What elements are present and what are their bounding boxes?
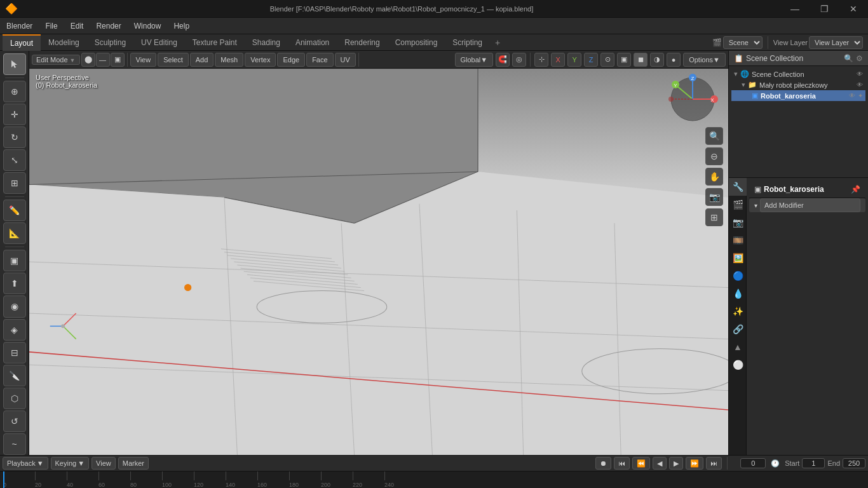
menu-help[interactable]: Help	[167, 18, 196, 34]
zoom-out-button[interactable]: ⊖	[705, 147, 723, 165]
tab-sculpting[interactable]: Sculpting	[87, 34, 133, 51]
tab-rendering[interactable]: Rendering	[337, 34, 387, 51]
add-menu-button[interactable]: Add	[190, 53, 214, 67]
camera-button[interactable]: 📷	[705, 188, 723, 206]
measure-tool-button[interactable]: 📐	[3, 222, 26, 244]
y-axis-toggle[interactable]: Y	[567, 53, 581, 67]
view-menu-button[interactable]: View	[130, 53, 157, 67]
overlay-toggle[interactable]: ⊙	[600, 53, 614, 67]
tab-animation[interactable]: Animation	[288, 34, 337, 51]
poly-build-button[interactable]: ⬡	[3, 388, 26, 409]
modifier-properties-icon[interactable]: 🔧	[729, 178, 747, 196]
pin-button[interactable]: 📌	[851, 185, 860, 194]
viewport-3d[interactable]: Edit Mode ▼ ⬤ — ▣ View Select Add Mesh V…	[29, 51, 728, 455]
play-reverse-button[interactable]: ◀	[653, 457, 667, 470]
select-tool-button[interactable]	[3, 53, 26, 75]
move-tool-button[interactable]: ✛	[3, 104, 26, 125]
outliner-settings-icon[interactable]: ⚙	[856, 54, 863, 63]
snap-toggle[interactable]: 🧲	[496, 53, 510, 67]
spin-button[interactable]: ↺	[3, 410, 26, 432]
smooth-button[interactable]: ~	[3, 433, 26, 455]
menu-edit[interactable]: Edit	[64, 18, 90, 34]
visibility-icon[interactable]: 👁	[857, 71, 863, 78]
z-axis-toggle[interactable]: Z	[584, 53, 598, 67]
x-axis-toggle[interactable]: X	[551, 53, 565, 67]
pan-button[interactable]: ✋	[705, 168, 723, 186]
menu-blender[interactable]: Blender	[0, 18, 39, 34]
select-icon-3[interactable]: ✦	[858, 92, 863, 99]
face-select-button[interactable]: ▣	[111, 53, 125, 67]
maximize-button[interactable]: ❐	[810, 0, 839, 18]
object-properties-icon[interactable]: 🔵	[729, 267, 747, 285]
outliner-item-robot-collection[interactable]: ▾ 📁 Mały robot piłeczkowy 👁	[731, 79, 865, 90]
vertex-menu-button[interactable]: Vertex	[245, 53, 276, 67]
navigation-gizmo[interactable]: X Y Z	[667, 74, 718, 125]
viewport-shading-wire[interactable]: ▣	[617, 53, 631, 67]
vertex-select-button[interactable]: ⬤	[81, 53, 95, 67]
scale-tool-button[interactable]: ⤡	[3, 149, 26, 171]
current-frame-input[interactable]	[740, 458, 766, 468]
proportional-edit[interactable]: ◎	[512, 53, 526, 67]
rotate-tool-button[interactable]: ↻	[3, 126, 26, 148]
material-icon[interactable]: ⚪	[729, 356, 747, 374]
transform-selector[interactable]: Global ▼	[455, 53, 494, 67]
visibility-icon-3[interactable]: 👁	[849, 92, 855, 99]
menu-file[interactable]: File	[39, 18, 64, 34]
viewport-shading-solid[interactable]: ◼	[634, 53, 648, 67]
outliner-filter-icon[interactable]: 🔍	[844, 54, 853, 63]
timeline-ruler[interactable]: 0 20 40 60 80 100 120 140 160 180 200 22…	[0, 471, 868, 488]
object-data-icon[interactable]: ▲	[729, 338, 747, 356]
close-button[interactable]: ✕	[839, 0, 868, 18]
add-workspace-button[interactable]: +	[490, 37, 505, 48]
edge-select-button[interactable]: —	[96, 53, 110, 67]
viewlayer-selector[interactable]: View Layer	[809, 36, 863, 49]
uv-menu-button[interactable]: UV	[335, 53, 356, 67]
transform-tool-button[interactable]: ⊞	[3, 172, 26, 194]
play-button[interactable]: ▶	[669, 457, 683, 470]
particles-icon[interactable]: ✨	[729, 302, 747, 320]
physics-properties-icon[interactable]: 💧	[729, 285, 747, 302]
add-modifier-button[interactable]: Add Modifier	[760, 198, 860, 212]
outliner-item-karoseria[interactable]: ▣ Robot_karoseria 👁 ✦	[731, 90, 865, 101]
constraints-icon[interactable]: 🔗	[729, 320, 747, 338]
jump-end-button[interactable]: ⏭	[706, 457, 722, 470]
zoom-in-button[interactable]: 🔍	[705, 127, 723, 145]
end-frame-input[interactable]	[843, 458, 865, 468]
cursor-tool-button[interactable]: ⊕	[3, 81, 26, 102]
extrude-button[interactable]: ⬆	[3, 273, 26, 294]
visibility-icon-2[interactable]: 👁	[857, 81, 863, 88]
marker-menu[interactable]: Marker	[118, 457, 149, 470]
minimize-button[interactable]: —	[780, 0, 810, 18]
view-menu[interactable]: View	[92, 457, 116, 470]
output-properties-icon[interactable]: 🎞️	[729, 231, 747, 249]
start-frame-input[interactable]	[802, 458, 825, 468]
tab-compositing[interactable]: Compositing	[388, 34, 445, 51]
knife-button[interactable]: 🔪	[3, 365, 26, 386]
face-menu-button[interactable]: Face	[306, 53, 333, 67]
jump-start-button[interactable]: ⏮	[614, 457, 630, 470]
playback-menu[interactable]: Playback ▼	[3, 457, 48, 470]
mesh-canvas[interactable]	[29, 69, 728, 455]
menu-window[interactable]: Window	[128, 18, 168, 34]
options-button[interactable]: Options ▼	[683, 53, 726, 67]
select-menu-button[interactable]: Select	[158, 53, 189, 67]
scene-properties-icon[interactable]: 🎬	[729, 196, 747, 214]
add-cube-button[interactable]: ▣	[3, 250, 26, 271]
outliner-item-scene-collection[interactable]: ▾ 🌐 Scene Collection 👁	[731, 69, 865, 79]
loop-cut-button[interactable]: ⊟	[3, 342, 26, 363]
view-layer-properties-icon[interactable]: 🖼️	[729, 249, 747, 267]
edge-menu-button[interactable]: Edge	[277, 53, 305, 67]
tab-uv-editing[interactable]: UV Editing	[133, 34, 185, 51]
scene-selector[interactable]: Scene	[723, 36, 763, 49]
inset-button[interactable]: ◉	[3, 295, 26, 317]
tab-texture-paint[interactable]: Texture Paint	[185, 34, 245, 51]
annotate-tool-button[interactable]: ✏️	[3, 200, 26, 221]
timeline-body[interactable]: 0 20 40 60 80 100 120 140 160 180 200 22…	[0, 471, 868, 488]
edit-mode-selector[interactable]: Edit Mode ▼	[32, 55, 80, 65]
record-button[interactable]: ⏺	[595, 457, 611, 470]
render-properties-icon[interactable]: 📷	[729, 214, 747, 231]
bevel-button[interactable]: ◈	[3, 319, 26, 341]
tab-modeling[interactable]: Modeling	[41, 34, 87, 51]
tab-layout[interactable]: Layout	[3, 34, 41, 51]
menu-render[interactable]: Render	[90, 18, 127, 34]
